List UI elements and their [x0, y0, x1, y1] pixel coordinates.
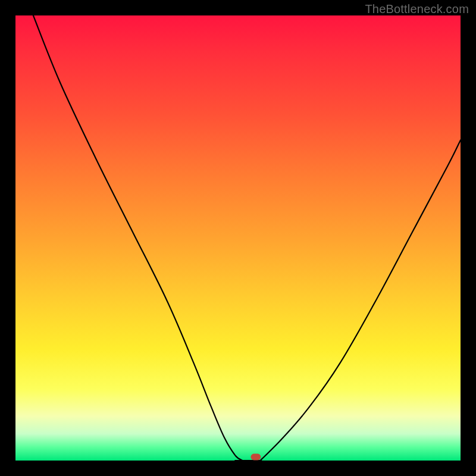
- chart-frame: TheBottleneck.com: [0, 0, 476, 476]
- bottleneck-curve: [33, 15, 461, 461]
- valley-marker: [251, 454, 261, 460]
- watermark-text: TheBottleneck.com: [365, 2, 469, 16]
- plot-area: [15, 15, 461, 461]
- curve-layer: [15, 15, 461, 461]
